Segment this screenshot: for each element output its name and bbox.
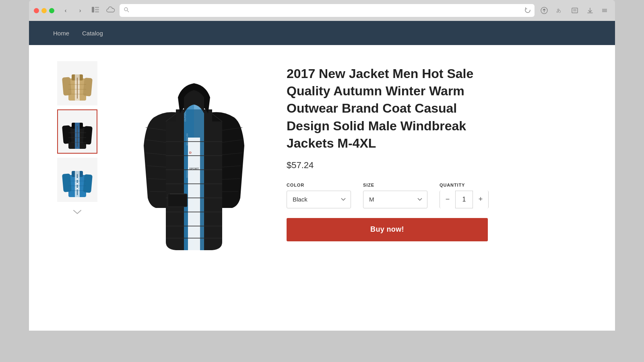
refresh-icon bbox=[525, 8, 530, 14]
svg-point-4 bbox=[124, 8, 128, 11]
svg-rect-16 bbox=[62, 77, 72, 96]
menu-button[interactable] bbox=[599, 5, 610, 16]
product-price: $57.24 bbox=[287, 160, 488, 171]
svg-text:D: D bbox=[189, 151, 192, 154]
svg-rect-35 bbox=[83, 174, 93, 193]
back-button[interactable]: ‹ bbox=[60, 5, 71, 16]
svg-rect-25 bbox=[62, 125, 72, 144]
maximize-button[interactable] bbox=[49, 8, 54, 13]
svg-rect-2 bbox=[95, 9, 99, 10]
color-select[interactable]: Black Brown Blue bbox=[287, 191, 351, 208]
buy-now-button[interactable]: Buy now! bbox=[287, 218, 488, 241]
size-select[interactable]: M L XL 2XL 3XL 4XL bbox=[363, 191, 427, 208]
forward-icon: › bbox=[79, 7, 81, 14]
svg-line-5 bbox=[128, 11, 129, 12]
cloud-button[interactable] bbox=[105, 5, 116, 16]
thumbnail-1[interactable] bbox=[57, 61, 97, 105]
thumbnail-scroll-down[interactable] bbox=[72, 208, 82, 217]
svg-rect-34 bbox=[62, 173, 72, 192]
address-bar[interactable] bbox=[120, 4, 535, 17]
nav-catalog[interactable]: Catalog bbox=[82, 30, 103, 37]
size-label: SIZE bbox=[363, 183, 427, 187]
minimize-button[interactable] bbox=[41, 8, 47, 13]
browser-titlebar: ‹ › bbox=[29, 0, 615, 21]
quantity-decrease-button[interactable]: − bbox=[440, 191, 455, 208]
close-button[interactable] bbox=[34, 8, 39, 13]
forward-button[interactable]: › bbox=[74, 5, 86, 16]
quantity-option-group: QUANTITY − 1 + bbox=[440, 183, 489, 208]
color-label: COLOR bbox=[287, 183, 351, 187]
main-product-image: OUTDOOR ADVENTURE DESIGN D SPORT bbox=[118, 61, 270, 262]
nav-home[interactable]: Home bbox=[53, 30, 69, 37]
svg-rect-1 bbox=[95, 7, 99, 8]
traffic-lights bbox=[34, 8, 54, 13]
product-page: OUTDOOR ADVENTURE DESIGN D SPORT bbox=[29, 45, 615, 278]
svg-rect-71 bbox=[168, 194, 187, 207]
svg-point-43 bbox=[76, 183, 78, 185]
sidebar-icon bbox=[92, 7, 99, 14]
thumbnail-3[interactable] bbox=[57, 158, 97, 202]
svg-rect-8 bbox=[572, 8, 578, 13]
svg-rect-17 bbox=[83, 78, 93, 97]
site-navigation: Home Catalog bbox=[29, 21, 615, 45]
svg-rect-26 bbox=[83, 126, 93, 145]
refresh-button[interactable] bbox=[525, 7, 530, 14]
quantity-value: 1 bbox=[455, 191, 473, 208]
website-content: Home Catalog bbox=[29, 21, 615, 331]
options-row: COLOR Black Brown Blue SIZE M L bbox=[287, 183, 488, 208]
product-info: 2017 New Jacket Men Hot Sale Quality Aut… bbox=[287, 61, 488, 262]
svg-point-42 bbox=[76, 178, 78, 180]
download-button[interactable] bbox=[584, 4, 597, 17]
svg-rect-3 bbox=[95, 11, 99, 12]
translate-button[interactable]: あ bbox=[553, 4, 566, 17]
color-option-group: COLOR Black Brown Blue bbox=[287, 183, 351, 208]
reader-button[interactable] bbox=[568, 4, 581, 17]
cloud-icon bbox=[106, 6, 115, 15]
share-button[interactable] bbox=[538, 4, 551, 17]
quantity-increase-button[interactable]: + bbox=[473, 191, 488, 208]
svg-point-44 bbox=[76, 188, 78, 189]
minus-icon: − bbox=[446, 195, 450, 204]
toolbar-right: あ bbox=[538, 4, 610, 17]
size-option-group: SIZE M L XL 2XL 3XL 4XL bbox=[363, 183, 427, 208]
svg-rect-0 bbox=[92, 7, 94, 12]
thumbnail-2[interactable] bbox=[57, 109, 97, 154]
quantity-label: QUANTITY bbox=[440, 183, 489, 187]
sidebar-button[interactable] bbox=[89, 5, 102, 16]
plus-icon: + bbox=[479, 195, 483, 204]
thumbnail-list bbox=[53, 61, 101, 262]
product-title: 2017 New Jacket Men Hot Sale Quality Aut… bbox=[287, 65, 488, 152]
quantity-control: − 1 + bbox=[440, 191, 489, 208]
svg-text:あ: あ bbox=[556, 8, 561, 13]
back-icon: ‹ bbox=[65, 7, 67, 14]
url-input[interactable] bbox=[132, 8, 522, 14]
svg-rect-60 bbox=[188, 138, 200, 250]
search-icon bbox=[124, 7, 129, 14]
